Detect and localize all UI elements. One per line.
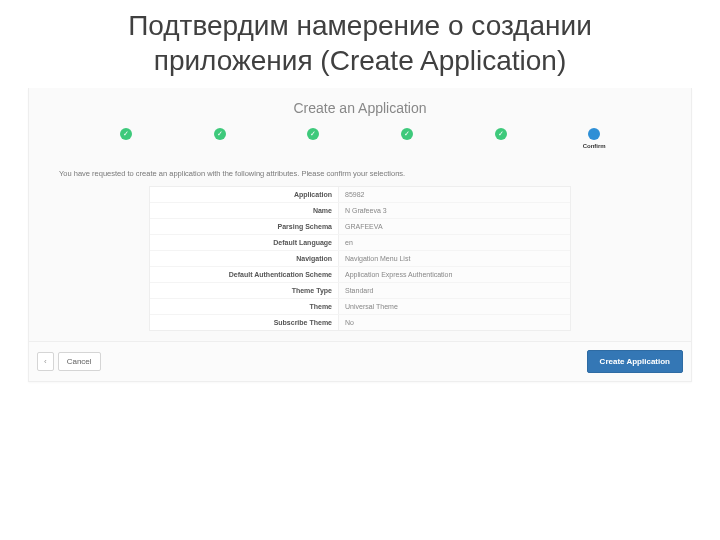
summary-table: Application 85982 Name N Grafeeva 3 Pars… <box>149 186 571 331</box>
field-label: Parsing Schema <box>150 219 339 234</box>
checkmark-icon: ✓ <box>401 128 413 140</box>
step-settings: ✓ Settings <box>454 128 548 149</box>
step-attributes: ✓ Attributes <box>360 128 454 149</box>
table-row: Application 85982 <box>150 187 570 203</box>
back-button[interactable]: ‹ <box>37 352 54 371</box>
wizard-window: Create an Application ✓ Name ✓ Pages ✓ S… <box>28 88 692 382</box>
cancel-button[interactable]: Cancel <box>58 352 101 371</box>
checkmark-icon: ✓ <box>495 128 507 140</box>
field-value: 85982 <box>339 187 570 202</box>
step-confirm: Confirm <box>547 128 641 149</box>
table-row: Subscribe Theme No <box>150 315 570 330</box>
wizard-stepper: ✓ Name ✓ Pages ✓ Shared ✓ Attributes ✓ S… <box>29 126 691 155</box>
field-value: en <box>339 235 570 250</box>
current-step-icon <box>588 128 600 140</box>
step-name: ✓ Name <box>79 128 173 149</box>
field-label: Navigation <box>150 251 339 266</box>
step-shared: ✓ Shared <box>266 128 360 149</box>
table-row: Navigation Navigation Menu List <box>150 251 570 267</box>
field-label: Default Authentication Scheme <box>150 267 339 282</box>
table-row: Parsing Schema GRAFEEVA <box>150 219 570 235</box>
field-label: Name <box>150 203 339 218</box>
field-label: Subscribe Theme <box>150 315 339 330</box>
chevron-left-icon: ‹ <box>44 357 47 366</box>
table-row: Default Language en <box>150 235 570 251</box>
table-row: Name N Grafeeva 3 <box>150 203 570 219</box>
checkmark-icon: ✓ <box>307 128 319 140</box>
confirm-instruction: You have requested to create an applicat… <box>29 155 691 186</box>
field-label: Application <box>150 187 339 202</box>
slide-title: Подтвердим намерение о создании приложен… <box>0 0 720 88</box>
checkmark-icon: ✓ <box>120 128 132 140</box>
wizard-title: Create an Application <box>29 88 691 126</box>
field-value: GRAFEEVA <box>339 219 570 234</box>
field-label: Default Language <box>150 235 339 250</box>
field-label: Theme Type <box>150 283 339 298</box>
field-value: Standard <box>339 283 570 298</box>
table-row: Theme Universal Theme <box>150 299 570 315</box>
footer-left: ‹ Cancel <box>37 352 101 371</box>
wizard-footer: ‹ Cancel Create Application <box>29 341 691 381</box>
step-pages: ✓ Pages <box>173 128 267 149</box>
table-row: Default Authentication Scheme Applicatio… <box>150 267 570 283</box>
field-label: Theme <box>150 299 339 314</box>
create-application-button[interactable]: Create Application <box>587 350 683 373</box>
field-value: Universal Theme <box>339 299 570 314</box>
field-value: Navigation Menu List <box>339 251 570 266</box>
field-value: No <box>339 315 570 330</box>
checkmark-icon: ✓ <box>214 128 226 140</box>
field-value: Application Express Authentication <box>339 267 570 282</box>
field-value: N Grafeeva 3 <box>339 203 570 218</box>
table-row: Theme Type Standard <box>150 283 570 299</box>
